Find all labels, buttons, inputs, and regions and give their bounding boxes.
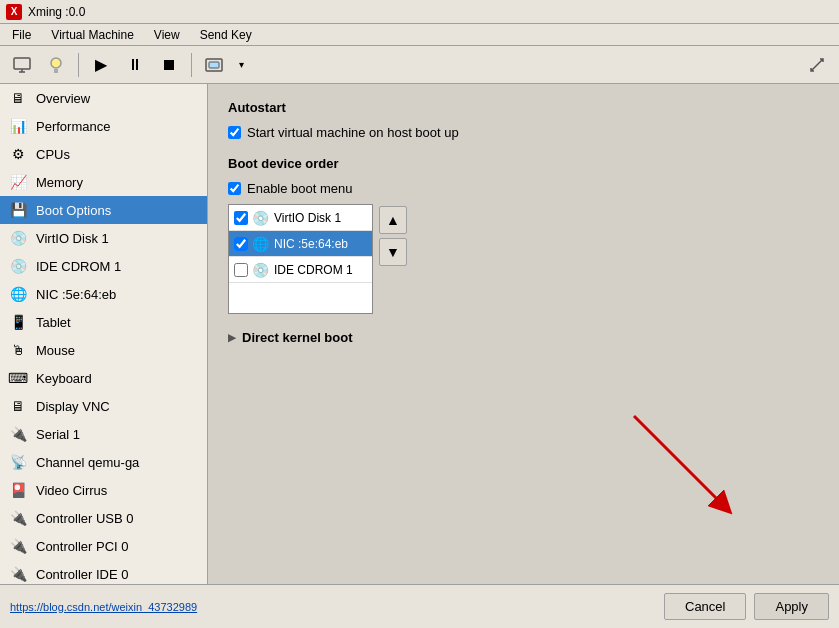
- title-bar: X Xming :0.0: [0, 0, 839, 24]
- toolbar: ▶ ⏸ ⏹ ▾: [0, 46, 839, 84]
- toolbar-dropdown-btn[interactable]: ▾: [232, 51, 250, 79]
- sidebar-item-video-cirrus[interactable]: 🎴 Video Cirrus: [0, 476, 207, 504]
- sidebar-label-controller-pci-0: Controller PCI 0: [36, 539, 128, 554]
- bulb-icon: [46, 55, 66, 75]
- boot-list-item-ide-cdrom[interactable]: 💿 IDE CDROM 1: [229, 257, 372, 283]
- toolbar-play-btn[interactable]: ▶: [85, 51, 117, 79]
- sidebar-label-controller-usb-0: Controller USB 0: [36, 511, 134, 526]
- menu-file[interactable]: File: [4, 26, 39, 44]
- svg-point-3: [51, 58, 61, 68]
- autostart-title: Autostart: [228, 100, 819, 115]
- footer-link[interactable]: https://blog.csdn.net/weixin_43732989: [10, 601, 197, 613]
- footer: https://blog.csdn.net/weixin_43732989 Ca…: [0, 584, 839, 628]
- boot-item-virtio-disk-checkbox[interactable]: [234, 211, 248, 225]
- monitor-icon: [12, 55, 32, 75]
- screen-icon: [204, 55, 224, 75]
- sidebar-item-overview[interactable]: 🖥 Overview: [0, 84, 207, 112]
- sidebar-item-boot-options[interactable]: 💾 Boot Options: [0, 196, 207, 224]
- sidebar-label-memory: Memory: [36, 175, 83, 190]
- sidebar-label-mouse: Mouse: [36, 343, 75, 358]
- sidebar-item-ide-cdrom-1[interactable]: 💿 IDE CDROM 1: [0, 252, 207, 280]
- controller-pci-icon: 🔌: [8, 536, 28, 556]
- sidebar-item-serial-1[interactable]: 🔌 Serial 1: [0, 420, 207, 448]
- performance-icon: 📊: [8, 116, 28, 136]
- collapse-arrow-icon: ▶: [228, 332, 236, 343]
- boot-list-item-virtio-disk[interactable]: 💿 VirtIO Disk 1: [229, 205, 372, 231]
- sidebar-item-nic[interactable]: 🌐 NIC :5e:64:eb: [0, 280, 207, 308]
- virtio-disk-list-icon: 💿: [252, 210, 270, 226]
- red-arrow-svg: [624, 406, 744, 526]
- sidebar-item-keyboard[interactable]: ⌨ Keyboard: [0, 364, 207, 392]
- video-cirrus-icon: 🎴: [8, 480, 28, 500]
- sidebar-item-memory[interactable]: 📈 Memory: [0, 168, 207, 196]
- sidebar-item-controller-ide-0[interactable]: 🔌 Controller IDE 0: [0, 560, 207, 584]
- toolbar-screen-btn[interactable]: [198, 51, 230, 79]
- sidebar-label-video-cirrus: Video Cirrus: [36, 483, 107, 498]
- svg-rect-7: [209, 62, 219, 68]
- sidebar-item-controller-pci-0[interactable]: 🔌 Controller PCI 0: [0, 532, 207, 560]
- boot-list-item-nic[interactable]: 🌐 NIC :5e:64:eb: [229, 231, 372, 257]
- controller-usb-icon: 🔌: [8, 508, 28, 528]
- serial-icon: 🔌: [8, 424, 28, 444]
- menu-virtual-machine[interactable]: Virtual Machine: [43, 26, 142, 44]
- autostart-checkbox[interactable]: [228, 126, 241, 139]
- cancel-button[interactable]: Cancel: [664, 593, 746, 620]
- direct-kernel-header[interactable]: ▶ Direct kernel boot: [228, 330, 819, 345]
- sidebar-label-nic: NIC :5e:64:eb: [36, 287, 116, 302]
- app-icon: X: [6, 4, 22, 20]
- annotation-arrow: [624, 406, 744, 529]
- boot-order-title: Boot device order: [228, 156, 819, 171]
- toolbar-sep-2: [191, 53, 192, 77]
- toolbar-sep-1: [78, 53, 79, 77]
- display-vnc-icon: 🖥: [8, 396, 28, 416]
- boot-device-list: 💿 VirtIO Disk 1 🌐 NIC :5e:64:eb 💿 IDE CD…: [228, 204, 373, 314]
- move-up-button[interactable]: ▲: [379, 206, 407, 234]
- virtio-disk-icon: 💿: [8, 228, 28, 248]
- boot-item-ide-cdrom-checkbox[interactable]: [234, 263, 248, 277]
- autostart-row: Start virtual machine on host boot up: [228, 125, 819, 140]
- menu-view[interactable]: View: [146, 26, 188, 44]
- boot-order-arrows: ▲ ▼: [379, 204, 407, 314]
- toolbar-pause-btn[interactable]: ⏸: [119, 51, 151, 79]
- ide-cdrom-list-icon: 💿: [252, 262, 270, 278]
- cpus-icon: ⚙: [8, 144, 28, 164]
- sidebar-item-display-vnc[interactable]: 🖥 Display VNC: [0, 392, 207, 420]
- sidebar-label-display-vnc: Display VNC: [36, 399, 110, 414]
- boot-item-nic-checkbox[interactable]: [234, 237, 248, 251]
- sidebar-item-cpus[interactable]: ⚙ CPUs: [0, 140, 207, 168]
- sidebar: 🖥 Overview 📊 Performance ⚙ CPUs 📈 Memory…: [0, 84, 208, 584]
- sidebar-label-overview: Overview: [36, 91, 90, 106]
- keyboard-icon: ⌨: [8, 368, 28, 388]
- move-down-button[interactable]: ▼: [379, 238, 407, 266]
- svg-line-9: [634, 416, 724, 506]
- toolbar-resize-btn[interactable]: [801, 51, 833, 79]
- window-title: Xming :0.0: [28, 5, 85, 19]
- sidebar-item-tablet[interactable]: 📱 Tablet: [0, 308, 207, 336]
- mouse-icon: 🖱: [8, 340, 28, 360]
- direct-kernel-section: ▶ Direct kernel boot: [228, 330, 819, 345]
- sidebar-item-channel-qemu-ga[interactable]: 📡 Channel qemu-ga: [0, 448, 207, 476]
- direct-kernel-title: Direct kernel boot: [242, 330, 353, 345]
- apply-button[interactable]: Apply: [754, 593, 829, 620]
- memory-icon: 📈: [8, 172, 28, 192]
- nic-list-icon: 🌐: [252, 236, 270, 252]
- menu-bar: File Virtual Machine View Send Key: [0, 24, 839, 46]
- toolbar-monitor-btn[interactable]: [6, 51, 38, 79]
- svg-rect-0: [14, 58, 30, 69]
- sidebar-label-virtio-disk-1: VirtIO Disk 1: [36, 231, 109, 246]
- channel-icon: 📡: [8, 452, 28, 472]
- sidebar-label-keyboard: Keyboard: [36, 371, 92, 386]
- controller-ide-icon: 🔌: [8, 564, 28, 584]
- sidebar-item-performance[interactable]: 📊 Performance: [0, 112, 207, 140]
- enable-boot-menu-checkbox[interactable]: [228, 182, 241, 195]
- boot-item-nic-label: NIC :5e:64:eb: [274, 237, 348, 251]
- autostart-label: Start virtual machine on host boot up: [247, 125, 459, 140]
- sidebar-item-mouse[interactable]: 🖱 Mouse: [0, 336, 207, 364]
- sidebar-label-channel-qemu-ga: Channel qemu-ga: [36, 455, 139, 470]
- toolbar-stop-btn[interactable]: ⏹: [153, 51, 185, 79]
- sidebar-label-ide-cdrom-1: IDE CDROM 1: [36, 259, 121, 274]
- toolbar-bulb-btn[interactable]: [40, 51, 72, 79]
- menu-send-key[interactable]: Send Key: [192, 26, 260, 44]
- sidebar-item-virtio-disk-1[interactable]: 💿 VirtIO Disk 1: [0, 224, 207, 252]
- sidebar-item-controller-usb-0[interactable]: 🔌 Controller USB 0: [0, 504, 207, 532]
